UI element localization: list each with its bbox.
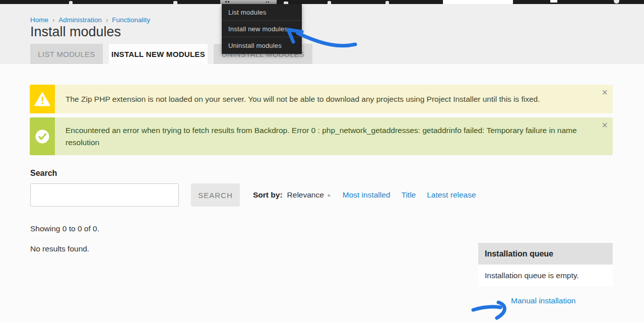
breadcrumb-functionality[interactable]: Functionality [112,16,150,24]
status-message-text: Encountered an error when trying to fetc… [66,124,591,149]
installation-queue-panel: Installation queue Installation queue is… [478,243,613,286]
check-circle-icon [30,117,55,155]
menu-item-install-new-modules[interactable]: Install new modules [222,21,302,37]
breadcrumb-home[interactable]: Home [30,16,48,24]
tab-install-new-modules[interactable]: INSTALL NEW MODULES [109,44,208,64]
toolbar-search-input[interactable] [443,0,513,4]
toolbar-icon[interactable] [385,1,389,4]
chevron-right-icon: › [106,16,108,24]
sort-link-most-installed[interactable]: Most installed [343,190,391,200]
tab-list-modules[interactable]: LIST MODULES [30,44,103,64]
toolbar-button[interactable] [550,0,557,3]
breadcrumb: Home › Administration › Functionality [30,16,150,24]
main-content: The Zip PHP extension is not loaded on y… [0,64,644,323]
breadcrumb-administration[interactable]: Administration [58,16,102,24]
warning-message: The Zip PHP extension is not loaded on y… [30,85,613,113]
ellipsis-icon [268,2,269,3]
menu-item-uninstall-modules[interactable]: Uninstall modules [222,37,302,54]
puzzle-icon [225,1,227,3]
user-avatar-icon[interactable] [614,0,619,4]
status-message: Encountered an error when trying to fetc… [30,117,613,155]
search-form: SEARCH Sort by: Relevance▲ Most installe… [30,183,476,207]
installation-queue-empty-text: Installation queue is empty. [478,265,613,286]
no-results-text: No results found. [30,244,89,253]
toolbar-icon[interactable] [173,1,177,4]
home-icon[interactable] [69,1,73,4]
search-button[interactable]: SEARCH [191,183,240,207]
close-icon[interactable]: × [602,87,608,97]
sort-link-title[interactable]: Title [401,190,416,200]
admin-menu-dropdown: List modules Install new modules Uninsta… [222,4,302,54]
warning-triangle-icon [30,85,55,113]
search-input[interactable] [30,183,179,207]
page-header: Home › Administration › Functionality In… [0,4,644,64]
page-title: Install modules [30,24,121,40]
chevron-right-icon: › [52,16,54,24]
ellipsis-icon [266,2,267,3]
sort-relevance-current[interactable]: Relevance▲ [287,190,332,200]
menu-item-list-modules[interactable]: List modules [222,4,302,21]
admin-toolbar [0,0,644,4]
sort-current-text: Relevance [287,190,324,199]
manual-installation-link[interactable]: Manual installation [511,296,575,305]
toolbar-icon[interactable] [328,1,331,4]
close-icon[interactable]: × [602,120,608,130]
search-section-label: Search [30,169,57,178]
toolbar-item-functionality-active[interactable] [220,0,277,4]
puzzle-icon [228,1,229,3]
sort-link-latest-release[interactable]: Latest release [427,190,476,200]
results-count-text: Showing 0 to 0 of 0. [30,224,99,233]
sort-ascending-icon: ▲ [327,192,332,198]
installation-queue-title: Installation queue [478,243,613,265]
sort-by-label: Sort by: [253,190,283,200]
warning-message-text: The Zip PHP extension is not loaded on y… [66,93,540,105]
